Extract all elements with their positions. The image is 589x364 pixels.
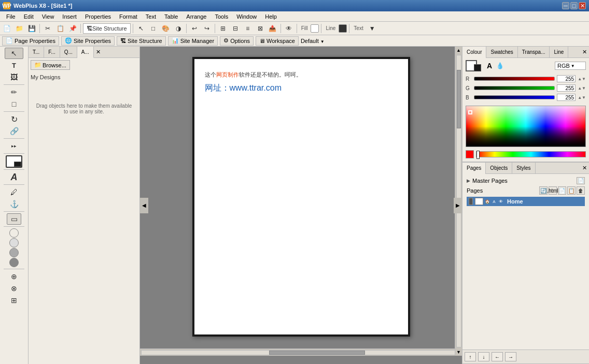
g-slider[interactable]: [474, 86, 555, 90]
draw-tool-btn[interactable]: ✏: [5, 86, 23, 98]
studio-close-btn[interactable]: ✕: [94, 49, 103, 55]
open-btn[interactable]: 📁: [13, 23, 25, 34]
select-tool-btn[interactable]: ↖: [5, 48, 23, 59]
add-page-btn[interactable]: 🔄: [539, 186, 548, 195]
new-btn[interactable]: 📄: [1, 23, 12, 34]
b-slider[interactable]: [474, 95, 555, 99]
text-tool-btn[interactable]: T: [5, 60, 23, 71]
hue-thumb[interactable]: [476, 151, 480, 159]
copy-btn[interactable]: 📋: [54, 23, 66, 34]
minimize-button[interactable]: ─: [562, 2, 569, 9]
page-action-btn4[interactable]: →: [505, 352, 516, 361]
site-structure-btn2[interactable]: 🏗 Site Structure: [117, 36, 166, 46]
studio-tab-t[interactable]: T...: [29, 47, 44, 58]
page-action-btn2[interactable]: ↓: [478, 352, 489, 361]
page-action-btn3[interactable]: ←: [492, 352, 503, 361]
shape-btn[interactable]: □: [148, 23, 159, 34]
color-fill-btn[interactable]: [6, 155, 22, 168]
pages-tab[interactable]: Pages: [462, 163, 486, 174]
b-value-input[interactable]: [557, 94, 576, 101]
studio-tab-q[interactable]: Q...: [60, 47, 77, 58]
studio-tab-a[interactable]: A...: [77, 47, 94, 58]
snap-btn[interactable]: ⊞: [217, 23, 229, 34]
page-action3-btn[interactable]: 📋: [567, 186, 576, 195]
b-spinner[interactable]: ▲▼: [578, 95, 586, 100]
g-value-input[interactable]: [557, 84, 576, 92]
circle3-btn[interactable]: [9, 248, 19, 257]
line-color-btn[interactable]: [339, 24, 347, 33]
anchor-tool-btn[interactable]: ⚓: [5, 198, 23, 210]
g-spinner[interactable]: ▲▼: [578, 86, 586, 91]
objects-tab[interactable]: Objects: [486, 163, 512, 174]
color-btn[interactable]: 🎨: [160, 23, 172, 34]
color-spectrum[interactable]: [466, 106, 585, 147]
page-action4-btn[interactable]: 🗑: [577, 186, 585, 195]
scroll-up-btn[interactable]: ▲: [455, 47, 462, 54]
objects-panel-close-btn[interactable]: ✕: [580, 165, 589, 171]
color-tab-swatches[interactable]: Swatches: [486, 47, 517, 58]
menu-table[interactable]: Table: [160, 12, 182, 21]
color-tab-line[interactable]: Line: [550, 47, 568, 58]
eyedropper-icon[interactable]: 💧: [496, 62, 504, 70]
workspace-btn[interactable]: 🖥 Workspace: [256, 36, 299, 46]
menu-arrange[interactable]: Arrange: [182, 12, 211, 21]
menu-window[interactable]: Window: [232, 12, 261, 21]
menu-text[interactable]: Text: [142, 12, 160, 21]
text-options-btn[interactable]: ▼: [367, 23, 378, 34]
more-tools-btn[interactable]: ▸▸: [5, 140, 23, 152]
menu-edit[interactable]: Edit: [20, 12, 38, 21]
r-spinner[interactable]: ▲▼: [578, 77, 586, 81]
redo-btn[interactable]: ↪: [201, 23, 213, 34]
close-button[interactable]: ✕: [579, 2, 586, 9]
page-item-home[interactable]: 🏠 A 👁 Home: [467, 197, 585, 206]
export-btn[interactable]: 📤: [267, 23, 278, 34]
studio-tab-f[interactable]: F...: [44, 47, 60, 58]
scroll-down-btn[interactable]: ▼: [455, 348, 462, 356]
misc-btn2[interactable]: ⊗: [5, 283, 23, 294]
shape-tool-btn[interactable]: □: [5, 98, 23, 110]
workspace-dropdown[interactable]: Default ▼: [301, 38, 325, 44]
add-master-icon[interactable]: 📄: [577, 177, 585, 184]
text-style-btn[interactable]: A: [5, 171, 23, 183]
color-a-icon[interactable]: A: [485, 62, 494, 70]
restore-button[interactable]: □: [570, 2, 578, 9]
gradient-btn[interactable]: ◑: [173, 23, 184, 34]
color-spectrum-area[interactable]: [466, 106, 586, 147]
circle2-btn[interactable]: [9, 238, 19, 247]
cut-btn[interactable]: ✂: [42, 23, 53, 34]
view-btn[interactable]: 👁: [283, 23, 294, 34]
link-tool-btn[interactable]: 🔗: [5, 125, 23, 137]
image-tool-btn[interactable]: 🖼: [5, 71, 23, 83]
site-structure-btn[interactable]: 🏗 Site Structure: [83, 23, 131, 34]
save-btn[interactable]: 💾: [26, 23, 37, 34]
distribute-btn[interactable]: ⊠: [255, 23, 266, 34]
menu-file[interactable]: File: [2, 12, 20, 21]
master-pages-add-btn[interactable]: 📄: [577, 177, 585, 184]
circle-btn[interactable]: [9, 228, 19, 238]
misc-btn1[interactable]: ⊕: [5, 271, 23, 282]
canvas-scroll-right[interactable]: ▶: [454, 198, 462, 213]
circle4-btn[interactable]: [9, 258, 19, 267]
site-manager-btn[interactable]: 📊 Site Manager: [168, 36, 218, 46]
menu-properties[interactable]: Properties: [81, 12, 115, 21]
grid-btn[interactable]: ⊟: [230, 23, 241, 34]
stroke-swatch[interactable]: [474, 64, 481, 71]
color-panel-close-btn[interactable]: ✕: [580, 49, 589, 55]
pen-tool-btn[interactable]: 🖊: [5, 186, 23, 198]
color-tab-colour[interactable]: Colour: [462, 47, 486, 58]
options-btn[interactable]: ⚙ Options: [220, 36, 254, 46]
canvas-scrollbar-h[interactable]: [140, 348, 462, 356]
paste-btn[interactable]: 📌: [67, 23, 78, 34]
fill-color-btn[interactable]: [311, 24, 319, 33]
align-btn[interactable]: ≡: [242, 23, 254, 34]
page-properties-btn[interactable]: 📄 Page Properties: [2, 36, 59, 46]
menu-help[interactable]: Help: [261, 12, 281, 21]
pointer-btn[interactable]: ↖: [135, 23, 147, 34]
page-html-btn[interactable]: .html: [549, 186, 557, 195]
scrollbar-track-h[interactable]: [141, 350, 461, 355]
menu-tools[interactable]: Tools: [211, 12, 232, 21]
rotate-tool-btn[interactable]: ↻: [5, 113, 23, 125]
transform-btn[interactable]: ▭: [7, 213, 21, 225]
hue-bar[interactable]: [476, 151, 586, 157]
canvas-scroll-left[interactable]: ◀: [140, 198, 148, 213]
